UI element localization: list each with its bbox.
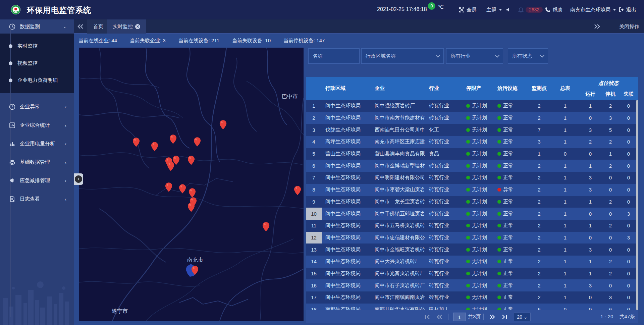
table-row[interactable]: 2阆中生态环境局阆中市南方节能建材有砖瓦行业无计划正常21030 <box>306 112 638 124</box>
map-panel[interactable]: 巴中市南充市遂宁市 <box>79 48 304 321</box>
company-cell: 阆中市忠信建材有限公 <box>371 234 425 241</box>
status-dot <box>466 284 470 287</box>
sidebar-item-video-monitor[interactable]: 视频监控 <box>0 55 74 72</box>
sidebar-item-data-monitor[interactable]: 数据监测 ⌄ <box>0 19 74 34</box>
table-row[interactable]: 9阆中生态环境局阆中市二龙长宝页岩砖砖瓦行业无计划正常21120 <box>306 196 638 208</box>
next-page-button[interactable] <box>488 313 497 321</box>
lost-cell: 0 <box>619 103 638 109</box>
datetime-display: 2021-02-25 17:46:18 <box>377 6 427 12</box>
tab-home[interactable]: 首页 <box>87 19 109 34</box>
sidebar-item-base-data[interactable]: 基础数据管理 ‹ <box>0 153 74 171</box>
table-row[interactable]: 15阆中生态环境局阆中市光富页岩机砖厂砖瓦行业无计划正常21120 <box>306 268 638 280</box>
industry-cell: 砖瓦行业 <box>425 199 465 205</box>
table-row[interactable]: 6阆中生态环境局阆中市金博瑞新型墙材砖瓦行业无计划正常21120 <box>306 160 638 172</box>
company-cell: 西南油气田分公司川中 <box>371 127 425 133</box>
lost-cell: 0 <box>619 115 638 121</box>
sound-button[interactable] <box>506 0 511 19</box>
map-pin[interactable] <box>191 265 199 275</box>
points-cell: 7 <box>527 127 552 133</box>
map-pin[interactable] <box>172 155 180 165</box>
region-cell: 阆中生态环境局 <box>322 211 371 217</box>
map-pin[interactable] <box>179 184 186 194</box>
map-pin[interactable] <box>165 182 172 192</box>
table-row[interactable]: 7阆中生态环境局阆中明阳建材有限公司砖瓦行业无计划正常21300 <box>306 172 638 184</box>
first-page-button[interactable] <box>423 313 432 321</box>
sidebar-item-company-stats[interactable]: 企业综合统计 ‹ <box>0 116 74 134</box>
region-filter-select[interactable]: 行政区域名称 <box>361 48 444 64</box>
sidebar-item-emergency[interactable]: 应急减排管理 ‹ <box>0 171 74 190</box>
lost-cell: 0 <box>619 199 638 205</box>
table-row[interactable]: 17阆中生态环境局阆中市江南镇阆南页岩砖瓦行业无计划正常21030 <box>306 291 638 304</box>
sidebar-item-logs[interactable]: 日志查看 ‹ <box>0 190 74 208</box>
table-row[interactable]: 14阆中生态环境局阆中大兴页岩机砖厂砖瓦行业无计划正常21120 <box>306 256 638 268</box>
map-pin[interactable] <box>187 155 195 165</box>
chevron-left-icon: ‹ <box>65 122 66 128</box>
table-row[interactable]: 11阆中生态环境局阆中市五马桥页岩机砖砖瓦行业无计划正常21120 <box>306 220 638 232</box>
limit-status-cell: 无计划 <box>465 306 495 310</box>
table-row[interactable]: 1阆中生态环境局阆中强锐页岩砖厂砖瓦行业无计划正常21120 <box>306 100 638 112</box>
column-header: 总表 <box>552 77 579 100</box>
map-pin[interactable] <box>189 188 196 198</box>
table-row[interactable]: 12阆中生态环境局阆中市忠信建材有限公砖瓦行业无计划正常21003 <box>306 232 638 244</box>
table-row[interactable]: 18南部生态环境局南部县砖华水泥有限公建材加工无计划正常60060 <box>306 304 638 310</box>
tabs-scroll-left-button[interactable] <box>74 19 87 34</box>
org-menu[interactable]: 南充市生态环境局 <box>570 0 616 19</box>
last-page-button[interactable] <box>500 313 509 321</box>
notification-area[interactable]: 2632 <box>518 0 543 19</box>
map-pin[interactable] <box>132 137 140 147</box>
limit-status-cell: 无计划 <box>465 151 495 157</box>
sidebar-item-realtime-monitor[interactable]: 实时监控 <box>0 38 74 55</box>
stop-cell: 0 <box>602 283 619 288</box>
table-row[interactable]: 3仪陇生态环境局西南油气田分公司川中化工无计划正常71350 <box>306 124 638 136</box>
table-row[interactable]: 16阆中生态环境局阆中市石子页岩机砖厂砖瓦行业无计划正常21300 <box>306 279 638 291</box>
help-button[interactable]: 帮助 <box>545 0 562 19</box>
sidebar-item-power-analysis[interactable]: 企业用电量分析 ‹ <box>0 134 74 153</box>
table-row[interactable]: 10阆中生态环境局阆中千佛镇五郎垭页岩砖瓦行业无计划正常21003 <box>306 208 638 220</box>
sidebar-item-company-abnormal[interactable]: 企业异常 ‹ <box>0 98 74 116</box>
theme-menu[interactable]: 主题 <box>486 0 502 19</box>
status-dot <box>466 212 470 216</box>
map-pin[interactable] <box>294 185 301 196</box>
facility-status-cell: 正常 <box>495 151 527 157</box>
table-body: 1阆中生态环境局阆中强锐页岩砖厂砖瓦行业无计划正常211202阆中生态环境局阆中… <box>306 100 638 310</box>
tabs-scroll-right-button[interactable] <box>590 19 604 34</box>
close-operations-button[interactable]: 关闭操作 <box>619 19 639 34</box>
map-pin[interactable] <box>262 222 270 232</box>
status-filter-select[interactable]: 所有状态 <box>508 48 548 64</box>
stat-item: 当前停机设备: 147 <box>283 38 325 44</box>
limit-status-cell: 无计划 <box>465 222 495 229</box>
page-number-input[interactable]: 1 <box>453 313 466 321</box>
map-pin[interactable] <box>219 120 227 130</box>
sidebar-collapse-button[interactable]: ‹ <box>74 173 83 185</box>
close-tab-icon[interactable]: ✕ <box>135 24 140 29</box>
page-size-select[interactable]: 20 ⌄ <box>514 313 530 321</box>
name-filter-input[interactable]: 名称 <box>308 48 360 64</box>
sidebar: 数据监测 ⌄ 实时监控 视频监控 企业电力负荷明细 企业异常 ‹ 企业综合统计 … <box>0 19 74 325</box>
company-cell: 阆中市枣碧大梁山页岩 <box>371 186 425 193</box>
table-scrollbar[interactable] <box>636 100 638 310</box>
row-number-cell: 10 <box>306 208 322 220</box>
industry-filter-select[interactable]: 所有行业 <box>446 48 503 64</box>
tab-realtime-monitor[interactable]: 实时监控 ✕ <box>107 19 146 34</box>
sidebar-item-power-load-detail[interactable]: 企业电力负荷明细 <box>0 72 74 89</box>
table-row[interactable]: 4高坪生态环境局南充市高坪区王家店建砖瓦行业无计划正常31220 <box>306 136 638 148</box>
map-pin[interactable] <box>187 202 195 212</box>
company-cell: 阆中市南方节能建材有 <box>371 115 425 121</box>
industry-cell: 砖瓦行业 <box>425 174 465 181</box>
lost-cell: 0 <box>619 175 638 180</box>
status-dot <box>497 295 501 299</box>
limit-status-cell: 无计划 <box>465 186 495 193</box>
map-pin[interactable] <box>151 142 158 152</box>
megaphone-icon <box>9 177 15 184</box>
map-pin[interactable] <box>169 134 177 144</box>
stop-cell: 6 <box>602 307 619 310</box>
prev-page-button[interactable] <box>435 313 444 321</box>
industry-cell: 砖瓦行业 <box>425 211 465 217</box>
table-row[interactable]: 5营山生态环境局营山县润丰肉食品有限食品无计划正常10010 <box>306 148 638 160</box>
points-cell: 2 <box>527 247 552 253</box>
map-pin[interactable] <box>194 137 201 147</box>
logout-button[interactable]: 退出 <box>619 0 636 19</box>
fullscreen-button[interactable]: 全屏 <box>459 0 477 19</box>
table-row[interactable]: 13阆中生态环境局阆中市金福旺页岩机砖砖瓦行业无计划正常21300 <box>306 243 638 256</box>
table-row[interactable]: 8阆中生态环境局阆中市枣碧大梁山页岩砖瓦行业无计划异常21300 <box>306 184 638 196</box>
